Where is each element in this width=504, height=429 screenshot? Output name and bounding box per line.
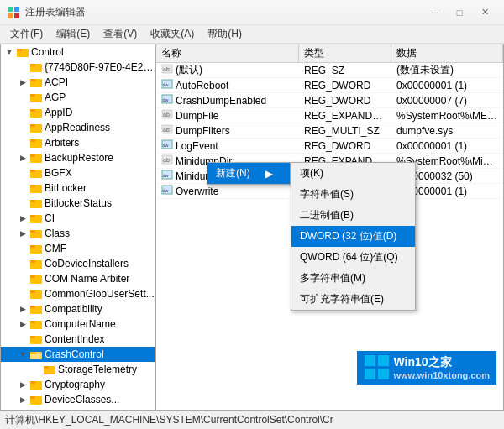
col-header-name[interactable]: 名称 xyxy=(156,44,299,62)
tree-item-bitlockerstatus[interactable]: BitlockerStatus xyxy=(1,196,155,211)
tree-item-guid[interactable]: {7746D80F-97E0-4E26-... xyxy=(1,60,155,75)
svg-rect-5 xyxy=(17,49,22,51)
tree-item-arbiters[interactable]: Arbiters xyxy=(1,135,155,150)
tree-label-computername: ComputerName xyxy=(45,318,116,330)
close-button[interactable]: ✕ xyxy=(472,3,497,22)
tree-label-ci: CI xyxy=(45,212,55,224)
svg-rect-21 xyxy=(30,170,35,172)
tree-item-acpi[interactable]: ▶ ACPI xyxy=(1,75,155,90)
minimize-button[interactable]: ─ xyxy=(422,3,447,22)
folder-icon xyxy=(29,212,43,224)
submenu-item-5[interactable]: 多字符串值(M) xyxy=(291,268,415,289)
tree-item-cmf[interactable]: CMF xyxy=(1,241,155,256)
submenu-item-2[interactable]: 二进制值(B) xyxy=(291,205,415,226)
folder-icon xyxy=(29,273,43,285)
maximize-button[interactable]: □ xyxy=(447,3,472,22)
svg-rect-17 xyxy=(30,139,35,142)
svg-rect-13 xyxy=(30,109,35,112)
svg-rect-3 xyxy=(14,13,19,18)
title-controls: ─ □ ✕ xyxy=(422,3,497,22)
menu-favorites[interactable]: 收藏夹(A) xyxy=(144,25,201,43)
reg-name-text: DumpFilters xyxy=(176,125,230,137)
td-data: (数值未设置) xyxy=(391,62,503,78)
folder-icon xyxy=(29,76,43,88)
table-row[interactable]: dw AutoReboot REG_DWORD 0x00000001 (1) xyxy=(156,78,503,93)
tree-label-class: Class xyxy=(45,228,70,239)
reg-icon: ab xyxy=(161,108,173,123)
folder-icon xyxy=(29,303,43,315)
svg-text:dw: dw xyxy=(163,173,169,178)
tree-panel[interactable]: ▼ Control {7746D80F-97E0-4E26-... ▶ ACPI xyxy=(1,44,156,410)
tree-item-compat[interactable]: ▶ Compatibility xyxy=(1,301,155,317)
expand-icon: ▶ xyxy=(16,154,29,162)
submenu-item-6[interactable]: 可扩充字符串值(E) xyxy=(291,289,415,310)
menu-view[interactable]: 查看(V) xyxy=(97,25,144,43)
tree-item-bitlocker[interactable]: BitLocker xyxy=(1,180,155,196)
tree-label-appid: AppID xyxy=(45,107,72,118)
menu-file[interactable]: 文件(F) xyxy=(3,25,50,43)
expand-icon: ▶ xyxy=(16,214,29,222)
tree-item-deviceclasses[interactable]: ▶ DeviceClasses... xyxy=(1,392,155,407)
tree-item-appid[interactable]: AppID xyxy=(1,105,155,120)
tree-label-compat: Compatibility xyxy=(45,303,102,315)
menu-bar: 文件(F) 编辑(E) 查看(V) 收藏夹(A) 帮助(H) xyxy=(0,25,504,44)
reg-name-text: Overwrite xyxy=(176,186,218,197)
td-data: %SystemRoot%\MEM... xyxy=(391,109,503,123)
tree-item-class[interactable]: ▶ Class xyxy=(1,226,155,241)
submenu-item-4[interactable]: QWORD (64 位)值(Q) xyxy=(291,247,415,268)
new-submenu-trigger[interactable]: 新建(N) ▶ xyxy=(207,162,291,185)
reg-icon: dw xyxy=(161,169,173,183)
menu-help[interactable]: 帮助(H) xyxy=(201,25,249,43)
folder-icon xyxy=(29,379,43,390)
svg-rect-9 xyxy=(30,79,35,81)
svg-rect-41 xyxy=(30,321,35,323)
table-row[interactable]: ab DumpFile REG_EXPAND_SZ %SystemRoot%\M… xyxy=(156,108,503,123)
svg-rect-31 xyxy=(30,245,35,248)
td-data: 0x00000007 (7) xyxy=(391,94,503,107)
tree-item-control[interactable]: ▼ Control xyxy=(1,44,155,60)
submenu-item-1[interactable]: 字符串值(S) xyxy=(291,184,415,205)
table-row[interactable]: ab (默认) REG_SZ (数值未设置) xyxy=(156,63,503,78)
table-row[interactable]: ab DumpFilters REG_MULTI_SZ dumpfve.sys xyxy=(156,123,503,139)
ctx-new-item[interactable]: 新建(N) ▶ xyxy=(207,163,290,184)
submenu-item-3[interactable]: DWORD (32 位)值(D) xyxy=(291,226,415,247)
tree-item-appreadiness[interactable]: AppReadiness xyxy=(1,120,155,135)
svg-rect-35 xyxy=(30,275,35,278)
tree-item-commonglob[interactable]: CommonGlobUserSett... xyxy=(1,286,155,301)
folder-icon xyxy=(29,394,43,405)
td-name: dw CrashDumpEnabled xyxy=(156,92,299,108)
tree-item-storagetelemetry[interactable]: StorageTelemetry xyxy=(1,362,155,377)
folder-icon xyxy=(29,92,43,103)
reg-icon: dw xyxy=(161,78,173,92)
submenu-item-0[interactable]: 项(K) xyxy=(291,163,415,184)
tree-item-bgfx[interactable]: BGFX xyxy=(1,165,155,180)
folder-icon xyxy=(29,228,43,239)
tree-item-crashcontrol[interactable]: ▼ CrashControl xyxy=(1,347,155,362)
reg-name-text: AutoReboot xyxy=(176,80,228,92)
tree-item-comname[interactable]: COM Name Arbiter xyxy=(1,271,155,286)
tree-label-bitlocker: BitLocker xyxy=(45,182,87,194)
td-type: REG_EXPAND_SZ xyxy=(299,109,391,123)
expand-icon: ▼ xyxy=(3,48,16,56)
svg-rect-25 xyxy=(30,200,35,202)
tree-item-cryptography[interactable]: ▶ Cryptography xyxy=(1,377,155,392)
tree-item-contentindex[interactable]: ContentIndex xyxy=(1,332,155,347)
menu-edit[interactable]: 编辑(E) xyxy=(50,25,97,43)
col-header-type[interactable]: 类型 xyxy=(299,44,391,62)
td-name: ab DumpFilters xyxy=(156,123,299,139)
table-row[interactable]: dw LogEvent REG_DWORD 0x00000001 (1) xyxy=(156,139,503,154)
tree-label-control: Control xyxy=(31,46,64,58)
tree-item-codevice[interactable]: CoDeviceInstallers xyxy=(1,256,155,271)
tree-item-backuprestore[interactable]: ▶ BackupRestore xyxy=(1,150,155,165)
folder-icon xyxy=(29,243,43,254)
table-row[interactable]: dw CrashDumpEnabled REG_DWORD 0x00000007… xyxy=(156,93,503,108)
tree-label-bitlockerstatus: BitlockerStatus xyxy=(45,197,112,209)
td-type: REG_SZ xyxy=(299,64,391,77)
tree-item-agp[interactable]: AGP xyxy=(1,90,155,105)
col-header-data[interactable]: 数据 xyxy=(391,44,503,62)
svg-rect-51 xyxy=(30,396,35,399)
tree-item-computername[interactable]: ▶ ComputerName xyxy=(1,317,155,332)
td-name: dw LogEvent xyxy=(156,138,299,154)
tree-item-ci[interactable]: ▶ CI xyxy=(1,211,155,226)
svg-rect-0 xyxy=(8,7,13,12)
